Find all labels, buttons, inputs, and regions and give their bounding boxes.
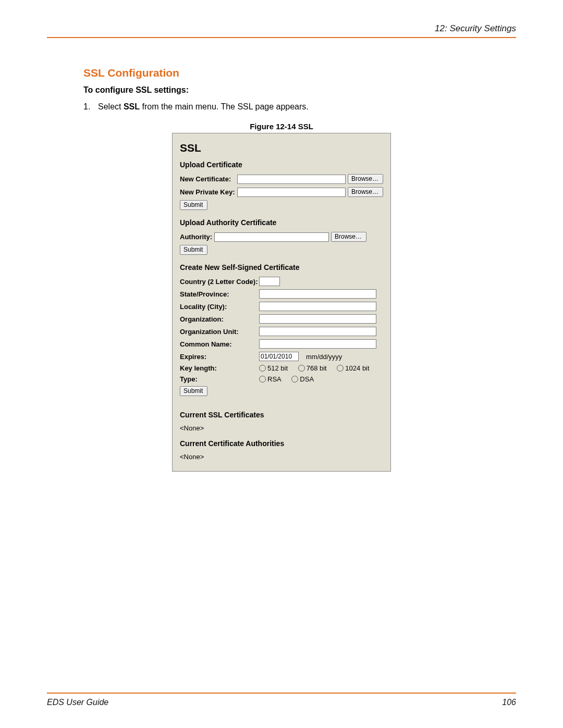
cn-input[interactable] <box>259 339 376 349</box>
ou-row: Organization Unit: <box>180 327 383 336</box>
authority-input[interactable] <box>214 232 329 242</box>
state-row: State/Province: <box>180 289 383 299</box>
step-text-pre: Select <box>98 102 124 111</box>
step-text-bold: SSL <box>124 102 140 111</box>
keylen-512-radio[interactable] <box>259 365 266 372</box>
current-certs-value: <None> <box>180 424 383 432</box>
upload-cert-submit-button[interactable]: Submit <box>180 200 207 210</box>
new-cert-browse-button[interactable]: Browse… <box>348 174 383 184</box>
upload-auth-submit-button[interactable]: Submit <box>180 245 207 255</box>
footer-rule <box>47 693 516 694</box>
cn-row: Common Name: <box>180 339 383 349</box>
ssl-panel: SSL Upload Certificate New Certificate: … <box>172 133 391 472</box>
doc-title: EDS User Guide <box>47 698 108 707</box>
page-footer: EDS User Guide 106 <box>47 693 516 707</box>
org-label: Organization: <box>180 315 259 323</box>
new-key-input[interactable] <box>237 188 346 197</box>
current-auths-heading: Current Certificate Authorities <box>180 439 383 448</box>
chapter-label: 12: Security Settings <box>435 23 516 33</box>
keylen-1024-radio[interactable] <box>337 365 344 372</box>
create-heading: Create New Self-Signed Certificate <box>180 263 383 272</box>
page-number: 106 <box>502 698 516 707</box>
step-number: 1. <box>83 102 98 112</box>
new-key-label: New Private Key: <box>180 188 237 196</box>
state-input[interactable] <box>259 289 376 299</box>
state-label: State/Province: <box>180 290 259 298</box>
content-area: SSL Configuration To configure SSL setti… <box>47 67 516 472</box>
step-text: Select SSL from the main menu. The SSL p… <box>98 102 309 112</box>
expires-input[interactable] <box>259 352 299 361</box>
figure-wrap: Figure 12-14 SSL SSL Upload Certificate … <box>83 122 480 472</box>
locality-label: Locality (City): <box>180 303 259 311</box>
country-input[interactable] <box>259 277 280 286</box>
keylen-768-radio[interactable] <box>298 365 305 372</box>
new-cert-label: New Certificate: <box>180 175 237 183</box>
type-row: Type: RSA DSA <box>180 375 383 383</box>
current-auths-value: <None> <box>180 453 383 461</box>
type-dsa-radio[interactable] <box>291 376 298 382</box>
country-row: Country (2 Letter Code): <box>180 277 383 286</box>
create-submit-button[interactable]: Submit <box>180 386 207 396</box>
keylen-row: Key length: 512 bit 768 bit 1024 bit <box>180 364 383 372</box>
figure-caption: Figure 12-14 SSL <box>83 122 480 131</box>
keylen-label: Key length: <box>180 364 259 372</box>
keylen-768-label: 768 bit <box>307 364 327 372</box>
panel-title: SSL <box>180 142 383 154</box>
section-title: SSL Configuration <box>83 67 480 79</box>
instruction-lead: To configure SSL settings: <box>83 85 480 95</box>
new-key-browse-button[interactable]: Browse… <box>348 187 383 197</box>
ou-label: Organization Unit: <box>180 328 259 336</box>
authority-row: Authority: Browse… <box>180 232 383 242</box>
new-cert-input[interactable] <box>237 175 346 184</box>
type-label: Type: <box>180 375 259 383</box>
expires-row: Expires: mm/dd/yyyy <box>180 352 383 361</box>
authority-browse-button[interactable]: Browse… <box>331 232 366 242</box>
new-key-row: New Private Key: Browse… <box>180 187 383 197</box>
authority-label: Authority: <box>180 233 214 241</box>
expires-label: Expires: <box>180 353 259 361</box>
step-1: 1. Select SSL from the main menu. The SS… <box>83 102 480 112</box>
keylen-512-label: 512 bit <box>267 364 288 372</box>
type-rsa-label: RSA <box>267 375 282 383</box>
org-row: Organization: <box>180 314 383 324</box>
current-certs-heading: Current SSL Certificates <box>180 411 383 419</box>
locality-row: Locality (City): <box>180 302 383 311</box>
new-cert-row: New Certificate: Browse… <box>180 174 383 184</box>
page-header: 12: Security Settings <box>47 23 516 38</box>
upload-cert-heading: Upload Certificate <box>180 161 383 169</box>
step-text-post: from the main menu. The SSL page appears… <box>140 102 309 111</box>
cn-label: Common Name: <box>180 340 259 348</box>
type-rsa-radio[interactable] <box>259 376 266 382</box>
upload-auth-heading: Upload Authority Certificate <box>180 218 383 227</box>
country-label: Country (2 Letter Code): <box>180 278 259 286</box>
keylen-1024-label: 1024 bit <box>345 364 369 372</box>
type-dsa-label: DSA <box>300 375 314 383</box>
org-input[interactable] <box>259 314 376 324</box>
ou-input[interactable] <box>259 327 376 336</box>
expires-hint: mm/dd/yyyy <box>306 353 342 361</box>
locality-input[interactable] <box>259 302 376 311</box>
